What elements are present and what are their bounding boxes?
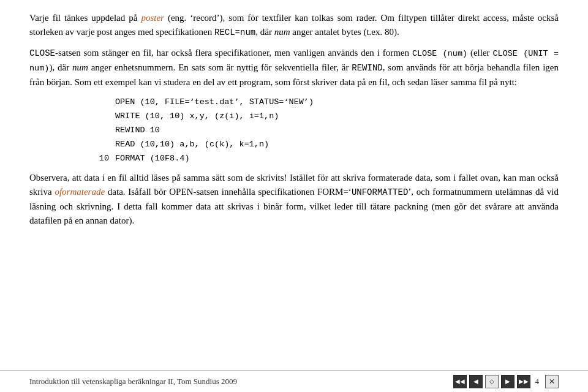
page-number: 4 [535, 377, 540, 386]
rewind-keyword: REWIND [352, 63, 382, 73]
paragraph-2: CLOSE-satsen som stänger en fil, har ock… [29, 46, 559, 89]
code-line-2: WRITE (10, 10) x,y, (z(i), i=1,n) [78, 110, 559, 124]
poster-link: poster [141, 13, 164, 23]
prev-prev-button[interactable]: ◀ [469, 375, 483, 388]
code-text-1: OPEN (10, FILE=‘test.dat’, STATUS=‘NEW’) [115, 96, 314, 110]
code-text-3: REWIND 10 [115, 124, 160, 138]
close-button[interactable]: ✕ [545, 375, 559, 388]
rewind-button[interactable]: ◀◀ [453, 375, 467, 388]
recl-code: RECL=num [214, 28, 255, 37]
unformatted-keyword: UNFORMATTED [352, 187, 408, 197]
code-text-5: FORMAT (10F8.4) [115, 152, 190, 166]
next-button[interactable]: ▶ [501, 375, 514, 388]
nav-controls: ◀◀ ◀ ◇ ▶ ▶▶ 4 ✕ [453, 375, 559, 388]
code-block: OPEN (10, FILE=‘test.dat’, STATUS=‘NEW’)… [78, 96, 559, 166]
close-form-1: CLOSE (num) [412, 49, 467, 58]
prev-button[interactable]: ◇ [485, 375, 499, 388]
code-text-4: READ (10,10) a,b, (c(k), k=1,n) [115, 138, 269, 152]
code-text-2: WRITE (10, 10) x,y, (z(i), i=1,n) [115, 110, 279, 124]
paragraph-3: Observera, att data i en fil alltid läse… [29, 171, 559, 228]
footer-title: Introduktion till vetenskapliga beräknin… [29, 377, 237, 386]
oformaterade-text: oformaterade [55, 187, 105, 197]
code-line-5: 10 FORMAT (10F8.4) [78, 152, 559, 166]
next-next-button[interactable]: ▶▶ [517, 375, 530, 388]
code-line-4: READ (10,10) a,b, (c(k), k=1,n) [78, 138, 559, 152]
paragraph-1: Varje fil tänkes uppdelad på poster (eng… [29, 11, 559, 40]
code-line-3: REWIND 10 [78, 124, 559, 138]
footer: Introduktion till vetenskapliga beräknin… [0, 370, 588, 392]
close-keyword: CLOSE [29, 48, 55, 58]
line-num-5: 10 [78, 152, 109, 166]
close-form-2: CLOSE (UNIT = num) [29, 49, 559, 73]
code-line-1: OPEN (10, FILE=‘test.dat’, STATUS=‘NEW’) [78, 96, 559, 110]
main-content: Varje fil tänkes uppdelad på poster (eng… [0, 0, 588, 370]
